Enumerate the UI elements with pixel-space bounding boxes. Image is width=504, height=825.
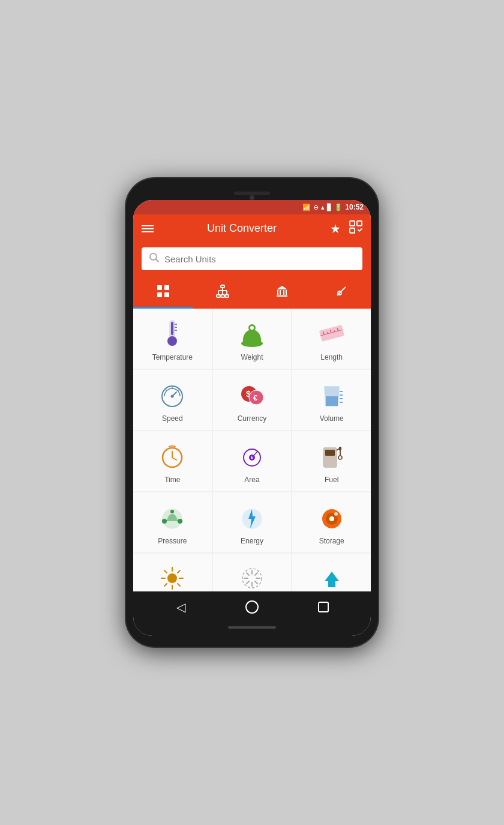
- luminance-icon: [157, 563, 187, 591]
- phone-screen: 📶 ⊖ ▴ ▊ 🔋 10:52 Unit Converter ★: [133, 200, 371, 636]
- tab-compass-icon: [335, 285, 348, 301]
- current-icon: [237, 563, 267, 591]
- bottom-bar: [133, 623, 371, 636]
- app-header: Unit Converter ★: [133, 214, 371, 243]
- time-label: Time: [164, 476, 180, 484]
- svg-rect-8: [164, 292, 169, 297]
- category-current[interactable]: Current: [213, 554, 292, 591]
- phone-camera: [250, 195, 254, 200]
- svg-rect-2: [350, 228, 355, 233]
- time-icon: [157, 441, 187, 471]
- category-luminance[interactable]: Luminance: [133, 554, 212, 591]
- area-icon: [237, 441, 267, 471]
- bottom-navigation: ◁: [133, 591, 371, 623]
- area-label: Area: [244, 476, 259, 484]
- svg-point-102: [246, 601, 258, 613]
- bluetooth-icon: 📶: [302, 204, 311, 211]
- status-bar: 📶 ⊖ ▴ ▊ 🔋 10:52: [133, 200, 371, 214]
- svg-rect-12: [225, 295, 229, 297]
- svg-rect-11: [221, 295, 224, 297]
- category-temperature[interactable]: Temperature: [133, 309, 212, 369]
- grid-edit-icon[interactable]: [349, 220, 362, 237]
- svg-point-83: [167, 573, 177, 583]
- home-button[interactable]: [241, 596, 263, 618]
- category-force[interactable]: Force: [292, 554, 371, 591]
- pressure-icon: [157, 502, 187, 532]
- svg-line-43: [334, 330, 334, 332]
- weight-icon: [237, 318, 267, 348]
- tab-hierarchy[interactable]: [193, 279, 252, 307]
- status-time: 10:52: [345, 203, 364, 211]
- search-bar: [142, 247, 362, 270]
- search-icon: [149, 252, 160, 265]
- category-area[interactable]: Area: [213, 431, 292, 491]
- svg-rect-21: [283, 290, 284, 295]
- svg-marker-101: [325, 572, 339, 587]
- svg-point-36: [250, 326, 254, 330]
- storage-icon: [317, 502, 347, 532]
- pressure-label: Pressure: [158, 537, 187, 545]
- svg-point-81: [329, 516, 334, 521]
- weight-label: Weight: [241, 353, 263, 361]
- svg-rect-0: [350, 221, 355, 226]
- svg-text:€: €: [253, 393, 257, 402]
- tab-bank-icon: [275, 285, 289, 301]
- category-length[interactable]: Length: [292, 309, 371, 369]
- svg-line-41: [327, 332, 328, 334]
- battery-icon: 🔋: [334, 204, 343, 211]
- category-weight[interactable]: Weight: [213, 309, 292, 369]
- length-label: Length: [320, 353, 343, 361]
- svg-rect-70: [339, 447, 341, 450]
- minus-icon: ⊖: [313, 204, 319, 211]
- category-fuel[interactable]: Fuel: [292, 431, 371, 491]
- temperature-icon: [157, 318, 187, 348]
- svg-point-82: [334, 512, 338, 516]
- tab-hierarchy-icon: [216, 285, 229, 301]
- tab-bar: [133, 279, 371, 309]
- storage-label: Storage: [319, 537, 344, 545]
- bottom-bar-line: [228, 626, 276, 629]
- svg-rect-22: [286, 290, 287, 295]
- svg-line-88: [164, 570, 167, 573]
- tab-compass[interactable]: [311, 279, 371, 307]
- svg-rect-23: [277, 295, 287, 297]
- svg-line-89: [178, 584, 180, 586]
- status-icons: 📶 ⊖ ▴ ▊ 🔋 10:52: [302, 203, 364, 211]
- category-time[interactable]: Time: [133, 431, 212, 491]
- svg-rect-9: [221, 285, 224, 288]
- svg-line-90: [178, 570, 180, 573]
- svg-marker-18: [277, 286, 287, 289]
- tab-grid[interactable]: [133, 279, 193, 307]
- svg-line-99: [255, 573, 257, 575]
- svg-line-61: [172, 458, 176, 460]
- category-volume[interactable]: Volume: [292, 370, 371, 430]
- svg-rect-103: [319, 602, 328, 612]
- svg-point-50: [171, 395, 174, 398]
- volume-label: Volume: [320, 414, 344, 423]
- search-container: [133, 243, 371, 279]
- svg-rect-29: [171, 322, 173, 335]
- search-input[interactable]: [164, 254, 355, 264]
- category-pressure[interactable]: Pressure: [133, 492, 212, 552]
- category-storage[interactable]: Storage: [292, 492, 371, 552]
- recents-button[interactable]: [313, 596, 334, 618]
- back-button[interactable]: ◁: [170, 596, 191, 618]
- svg-point-30: [167, 336, 177, 346]
- phone-frame: 📶 ⊖ ▴ ▊ 🔋 10:52 Unit Converter ★: [126, 178, 378, 647]
- menu-button[interactable]: [142, 225, 154, 232]
- length-icon: [317, 318, 347, 348]
- svg-rect-68: [325, 450, 335, 456]
- category-currency[interactable]: $ € Currency: [213, 370, 292, 430]
- category-speed[interactable]: Speed: [133, 370, 212, 430]
- favorites-icon[interactable]: ★: [330, 222, 341, 236]
- svg-rect-7: [157, 292, 162, 297]
- svg-rect-6: [164, 285, 169, 290]
- tab-bank[interactable]: [252, 279, 311, 307]
- app-title: Unit Converter: [207, 222, 277, 235]
- currency-label: Currency: [238, 414, 267, 423]
- category-energy[interactable]: Energy: [213, 492, 292, 552]
- svg-rect-20: [280, 290, 281, 295]
- volume-icon: [317, 379, 347, 409]
- svg-rect-5: [157, 285, 162, 290]
- currency-icon: $ €: [237, 379, 267, 409]
